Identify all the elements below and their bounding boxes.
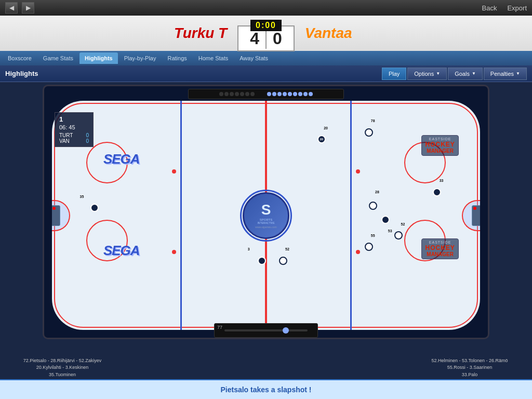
- van-score-row: VAN 0: [59, 138, 89, 144]
- turt-label: TURT: [59, 132, 73, 138]
- van-score: 0: [86, 138, 89, 144]
- ehm-eastside-top: EASTSIDE: [425, 137, 455, 141]
- ehm-manager-top: MANAGER: [425, 148, 455, 154]
- export-button[interactable]: Export: [507, 4, 527, 12]
- tab-homestats[interactable]: Home Stats: [193, 52, 233, 64]
- team-left-name: Turku T: [174, 25, 227, 42]
- penalties-arrow-icon: ▼: [516, 71, 520, 76]
- turt-score-row: TURT 0: [59, 132, 89, 138]
- sega-logo-bottom: SEGA: [103, 243, 140, 259]
- left-player-line-3: 35.Tuominen: [5, 371, 119, 379]
- top-actions: Back Export: [482, 4, 527, 12]
- right-player-list: 52.Helminen - 53.Tolonen - 26.Rämö 55.Ro…: [413, 357, 527, 379]
- highlights-controls: Play Options ▼ Goals ▼ Penalties ▼: [382, 68, 527, 80]
- player-55-label: 55: [369, 231, 377, 240]
- score-right: 0: [267, 29, 288, 48]
- blue-line-right: [350, 101, 352, 330]
- player-35: [90, 204, 99, 212]
- dot-8: [267, 92, 271, 96]
- dot-2: [224, 92, 229, 96]
- slider-track[interactable]: [224, 329, 308, 331]
- si-text2: INTERACTIVE: [257, 221, 274, 224]
- left-player-list: 72.Pietsalo - 28.Riihijärvi - 52.Zakiyev…: [5, 357, 119, 379]
- tab-playbyplay[interactable]: Play-by-Play: [119, 52, 162, 64]
- right-player-line-2: 55.Rossi - 3.Saarinen: [413, 364, 527, 371]
- score-block: 0:00 4 0: [237, 15, 295, 51]
- goals-arrow-icon: ▼: [472, 71, 476, 76]
- faceoff-dot-nl: [172, 169, 176, 174]
- si-logo: S SPORTS INTERACTIVE www.sigames.com: [243, 192, 289, 239]
- goals-button[interactable]: Goals ▼: [448, 68, 483, 80]
- player-78: [365, 128, 373, 137]
- blue-line-left: [180, 101, 182, 330]
- penalties-button[interactable]: Penalties ▼: [484, 68, 527, 80]
- ehm-eastside-bottom: EASTSIDE: [425, 241, 455, 244]
- player-20-label: 20: [322, 124, 330, 132]
- period-number: 1: [59, 115, 89, 123]
- dot-10: [277, 92, 282, 96]
- player-52b: [394, 231, 403, 240]
- ehm-hockey-top: HOCKEY: [425, 141, 455, 148]
- score-left: 4: [244, 29, 265, 48]
- dot-5: [240, 92, 244, 96]
- dot-12: [288, 92, 292, 96]
- ehm-logo-top: EASTSIDE HOCKEY MANAGER: [421, 135, 458, 156]
- top-bar: ◀ ▶ Back Export: [0, 0, 532, 16]
- tab-ratings[interactable]: Ratings: [162, 52, 192, 64]
- tab-awaystats[interactable]: Away Stats: [234, 52, 273, 64]
- dot-13: [293, 92, 297, 96]
- rink-ice: SEGA SEGA EASTSIDE HOCKEY MANAGER EASTSI…: [52, 101, 480, 330]
- dot-14: [298, 92, 302, 96]
- prev-arrow[interactable]: ◀: [5, 2, 18, 14]
- scoreboard-top: [188, 89, 344, 99]
- goal-net-left: [52, 205, 60, 226]
- info-panel: 1 06: 45 TURT 0 VAN 0: [55, 112, 94, 147]
- main-area: Highlights Play Options ▼ Goals ▼ Penalt…: [0, 65, 532, 399]
- tab-highlights[interactable]: Highlights: [79, 52, 118, 64]
- player-33: [433, 188, 441, 196]
- player-53-label: 53: [386, 227, 394, 235]
- back-button[interactable]: Back: [482, 4, 497, 12]
- right-player-line-3: 33.Palo: [413, 371, 527, 379]
- navigation-arrows: ◀ ▶: [5, 2, 34, 14]
- dot-1: [219, 92, 223, 96]
- options-button[interactable]: Options ▼: [407, 68, 447, 80]
- dot-9: [272, 92, 276, 96]
- goal-light-right: [473, 207, 476, 210]
- game-time: 0:00: [250, 20, 282, 31]
- player-20: 20: [317, 135, 326, 143]
- van-label: VAN: [59, 138, 70, 144]
- slider-thumb[interactable]: [283, 327, 289, 334]
- goal-net-right: [472, 205, 480, 226]
- dot-4: [235, 92, 239, 96]
- play-button[interactable]: Play: [382, 68, 406, 80]
- player-28: [369, 202, 377, 210]
- left-player-line-1: 72.Pietsalo - 28.Riihijärvi - 52.Zakiyev: [5, 357, 119, 365]
- team-right: Vantaa: [295, 25, 532, 42]
- highlights-bar: Highlights Play Options ▼ Goals ▼ Penalt…: [0, 65, 532, 82]
- team-right-name: Vantaa: [305, 25, 352, 42]
- ehm-hockey-bottom: HOCKEY: [425, 244, 455, 251]
- player-52c-label: 52: [283, 245, 291, 254]
- turt-score: 0: [86, 132, 89, 138]
- next-arrow[interactable]: ▶: [22, 2, 34, 14]
- timeline-slider[interactable]: 77: [214, 323, 318, 338]
- ehm-manager-bottom: MANAGER: [425, 251, 455, 257]
- rink-wrapper: SEGA SEGA EASTSIDE HOCKEY MANAGER EASTSI…: [0, 82, 532, 339]
- tab-bar: Boxscore Game Stats Highlights Play-by-P…: [0, 51, 532, 65]
- player-53: [381, 216, 390, 224]
- game-clock: 06: 45: [59, 124, 89, 130]
- footer-text: Pietsalo takes a slapshot !: [220, 385, 311, 394]
- player-33-label: 33: [437, 177, 446, 185]
- sega-logo-top: SEGA: [103, 151, 140, 167]
- player-28-label: 28: [373, 188, 381, 196]
- left-player-line-2: 20.Kylvilahti - 3.Keskinen: [5, 364, 119, 371]
- dot-11: [283, 92, 287, 96]
- tab-gamestats[interactable]: Game Stats: [38, 52, 78, 64]
- ehm-logo-bottom: EASTSIDE HOCKEY MANAGER: [421, 238, 458, 259]
- tab-boxscore[interactable]: Boxscore: [3, 52, 37, 64]
- player-3: [258, 257, 266, 265]
- right-player-line-1: 52.Helminen - 53.Tolonen - 26.Rämö: [413, 357, 527, 365]
- dot-7: [250, 92, 255, 96]
- player-52b-label: 52: [398, 220, 407, 228]
